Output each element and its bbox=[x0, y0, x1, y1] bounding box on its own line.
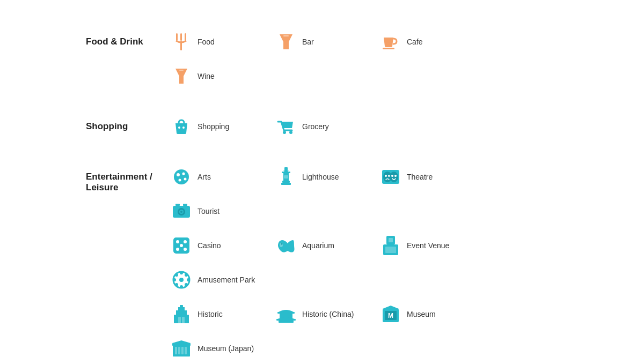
svg-point-28 bbox=[390, 172, 398, 182]
svg-point-55 bbox=[175, 273, 178, 277]
grocery-label: Grocery bbox=[302, 122, 329, 131]
cafe-label: Cafe bbox=[407, 38, 423, 46]
event-venue-icon bbox=[381, 236, 400, 255]
svg-point-17 bbox=[179, 179, 181, 182]
svg-rect-77 bbox=[185, 347, 187, 354]
svg-marker-72 bbox=[383, 306, 399, 309]
svg-point-12 bbox=[289, 131, 292, 134]
item-wine: Wine bbox=[172, 66, 271, 86]
wine-icon bbox=[172, 66, 191, 86]
svg-point-58 bbox=[185, 283, 188, 286]
svg-rect-36 bbox=[183, 204, 187, 206]
historic-icon bbox=[172, 304, 191, 324]
svg-point-40 bbox=[180, 244, 183, 247]
svg-point-38 bbox=[176, 240, 179, 243]
bar-label: Bar bbox=[302, 38, 314, 46]
item-museum: M Museum bbox=[381, 304, 480, 324]
svg-rect-60 bbox=[176, 310, 187, 315]
section-items-food-drink: Food Bar bbox=[172, 32, 558, 101]
section-label-entertainment: Entertainment / Leisure bbox=[86, 167, 172, 364]
bar-icon bbox=[276, 32, 296, 51]
svg-point-56 bbox=[185, 273, 188, 277]
svg-rect-48 bbox=[389, 238, 393, 242]
svg-marker-7 bbox=[175, 69, 187, 84]
svg-point-10 bbox=[182, 127, 185, 129]
cafe-icon bbox=[381, 32, 400, 51]
item-event-venue: Event Venue bbox=[381, 236, 480, 255]
svg-rect-35 bbox=[175, 204, 180, 206]
svg-point-39 bbox=[184, 240, 187, 243]
historic-china-icon bbox=[276, 304, 296, 324]
svg-rect-22 bbox=[281, 183, 291, 185]
wine-label: Wine bbox=[197, 72, 215, 80]
tourist-label: Tourist bbox=[197, 207, 219, 216]
svg-point-30 bbox=[394, 175, 397, 177]
svg-rect-19 bbox=[282, 172, 290, 173]
svg-point-11 bbox=[283, 131, 286, 134]
section-entertainment: Entertainment / Leisure Arts bbox=[86, 167, 558, 364]
main-page: Food & Drink Food bbox=[0, 0, 644, 364]
svg-rect-59 bbox=[174, 315, 189, 323]
item-lighthouse: Lighthouse bbox=[276, 167, 376, 187]
item-historic-china: Historic (China) bbox=[276, 304, 376, 324]
svg-rect-3 bbox=[180, 41, 182, 50]
arts-label: Arts bbox=[197, 173, 211, 181]
shopping-icon bbox=[172, 117, 191, 136]
item-tourist: Tourist bbox=[172, 202, 271, 221]
aquarium-label: Aquarium bbox=[302, 241, 334, 250]
amusement-park-icon bbox=[172, 270, 191, 289]
theatre-icon bbox=[381, 167, 400, 187]
svg-point-9 bbox=[178, 127, 180, 129]
svg-rect-1 bbox=[180, 33, 182, 41]
museum-japan-icon bbox=[172, 339, 191, 358]
svg-point-51 bbox=[180, 271, 183, 274]
svg-rect-63 bbox=[178, 317, 181, 323]
svg-point-41 bbox=[176, 248, 179, 251]
svg-rect-76 bbox=[181, 347, 184, 354]
lighthouse-icon bbox=[276, 167, 296, 187]
svg-rect-78 bbox=[172, 343, 191, 346]
grocery-icon bbox=[276, 117, 296, 136]
svg-point-29 bbox=[391, 175, 393, 177]
svg-marker-79 bbox=[172, 340, 191, 343]
section-items-shopping: Shopping Grocery bbox=[172, 117, 381, 151]
item-bar: Bar bbox=[276, 32, 376, 51]
svg-rect-64 bbox=[182, 317, 185, 323]
svg-rect-47 bbox=[385, 247, 396, 253]
shopping-label: Shopping bbox=[197, 122, 229, 131]
section-food-drink: Food & Drink Food bbox=[86, 32, 558, 101]
section-label-shopping: Shopping bbox=[86, 117, 172, 151]
svg-point-53 bbox=[173, 278, 176, 281]
museum-japan-label: Museum (Japan) bbox=[197, 344, 254, 353]
svg-rect-23 bbox=[284, 175, 288, 179]
item-museum-japan: Museum (Japan) bbox=[172, 339, 279, 358]
item-arts: Arts bbox=[172, 167, 271, 187]
casino-icon bbox=[172, 236, 191, 255]
historic-china-label: Historic (China) bbox=[302, 310, 354, 318]
casino-label: Casino bbox=[197, 241, 221, 250]
svg-rect-75 bbox=[178, 347, 180, 354]
arts-icon bbox=[172, 167, 191, 187]
svg-rect-21 bbox=[282, 181, 290, 183]
svg-marker-4 bbox=[280, 34, 292, 49]
event-venue-label: Event Venue bbox=[407, 241, 449, 250]
item-shopping: Shopping bbox=[172, 117, 271, 136]
section-items-entertainment: Arts Light bbox=[172, 167, 558, 364]
svg-rect-18 bbox=[284, 167, 288, 170]
svg-rect-8 bbox=[179, 70, 184, 71]
historic-label: Historic bbox=[197, 310, 223, 318]
svg-point-52 bbox=[180, 285, 183, 288]
museum-icon: M bbox=[381, 304, 400, 324]
aquarium-icon bbox=[276, 236, 296, 255]
svg-point-57 bbox=[175, 283, 178, 286]
svg-rect-67 bbox=[276, 319, 296, 321]
item-theatre: Theatre bbox=[381, 167, 480, 187]
svg-point-15 bbox=[182, 173, 185, 175]
lighthouse-label: Lighthouse bbox=[302, 173, 339, 181]
svg-rect-2 bbox=[185, 33, 186, 41]
svg-rect-5 bbox=[283, 35, 289, 36]
tourist-icon bbox=[172, 202, 191, 221]
food-label: Food bbox=[197, 38, 215, 46]
svg-rect-61 bbox=[178, 307, 185, 310]
item-aquarium: Aquarium bbox=[276, 236, 376, 255]
